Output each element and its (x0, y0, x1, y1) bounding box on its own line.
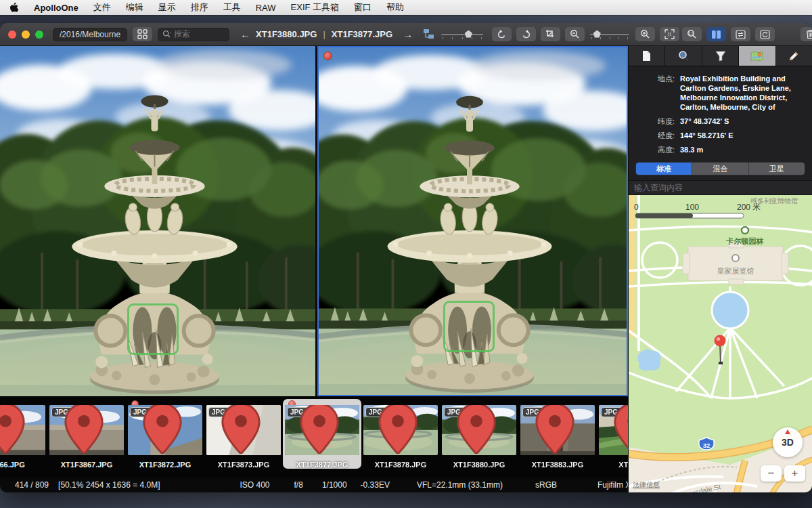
filmstrip-thumb[interactable]: JPG+RAF XT1F3884 (597, 399, 628, 469)
status-iso: ISO 400 (240, 480, 270, 490)
viewer-pane-right[interactable] (317, 46, 628, 396)
thumbnail-size-slider[interactable] (441, 30, 483, 39)
map-scale-0: 0 (634, 203, 639, 212)
apple-menu-icon[interactable] (9, 2, 19, 13)
map-zoom-out-button[interactable]: − (761, 465, 782, 482)
menu-view[interactable]: 显示 (158, 1, 176, 14)
app-menu[interactable]: ApolloOne (34, 3, 78, 13)
latitude-label: 纬度: (635, 117, 680, 126)
actual-size-button[interactable]: 1:1 (682, 27, 702, 41)
thumb-image: JPG+RAF (206, 405, 281, 455)
crop-button[interactable] (541, 27, 560, 41)
map-mode-segmented-control: 标准 混合 卫星 (635, 162, 805, 175)
minimize-button[interactable] (22, 30, 30, 39)
trash-button[interactable] (800, 27, 812, 41)
next-image-button[interactable]: → (400, 27, 415, 41)
zoom-window-button[interactable] (35, 30, 43, 39)
map-zoom-in-button[interactable]: + (784, 465, 805, 482)
left-pane-filename: XT1F3880.JPG (256, 29, 317, 39)
map-search-input[interactable]: 输入查询内容 (629, 180, 812, 195)
zoom-in-button[interactable] (635, 27, 655, 41)
menu-tools[interactable]: 工具 (223, 1, 241, 14)
map-scale-100: 100 (685, 203, 699, 212)
thumb-filename: XT1F3867.JPG (49, 461, 125, 469)
filmstrip-thumb[interactable]: JPG+RAF XT1F3880.JPG (440, 399, 518, 469)
tab-edit[interactable] (776, 46, 812, 66)
tab-map[interactable] (739, 46, 775, 66)
filmstrip-thumb[interactable]: JPG+RAF XT1F3877.JPG (283, 399, 361, 469)
geotag-pin-icon (520, 405, 592, 454)
tab-info[interactable] (629, 46, 665, 66)
svg-text:1:1: 1:1 (688, 31, 694, 35)
filmstrip-thumb[interactable]: JPG+RAF 3866.JPG (0, 399, 47, 469)
compass-3d-label: 3D (782, 437, 794, 448)
metadata-row-longitude: 经度: 144° 58.2716' E (635, 131, 805, 140)
compare-panes-icon (711, 30, 721, 39)
filmstrip-thumb[interactable]: JPG+RAF XT1F3872.JPG (126, 399, 204, 469)
menu-exif-toolbox[interactable]: EXIF 工具箱 (291, 1, 340, 14)
grid-view-button[interactable] (133, 27, 152, 41)
thumbnail-layout-icon[interactable] (422, 27, 436, 41)
thumb-filename: XT1F3878.JPG (363, 461, 438, 469)
filmstrip-thumb[interactable]: JPG+RAF XT1F3873.JPG (204, 399, 283, 469)
filmstrip-thumb[interactable]: JPG+RAF XT1F3867.JPG (47, 399, 126, 469)
folder-path-button[interactable]: /2016/Melbourne (53, 28, 127, 41)
previous-image-button[interactable]: ← (238, 27, 253, 41)
map-view[interactable]: 皇家展览馆 卡尔顿园林 维多利亚博物馆 0 100 200 米 (629, 195, 812, 492)
zoom-out-button[interactable] (565, 27, 585, 41)
grid-icon (137, 29, 148, 39)
map-zoom-controls: − + (761, 465, 805, 482)
thumb-image: JPG+RAF (128, 405, 202, 455)
image-zoom-slider[interactable] (590, 30, 629, 39)
zoom-fit-button[interactable] (660, 27, 679, 41)
thumb-filename: XT1F3880.JPG (441, 461, 517, 469)
search-input[interactable]: 搜索 (158, 28, 229, 41)
thumb-filename: XT1F3884 (598, 461, 628, 469)
latitude-value: 37° 48.3742' S (680, 117, 729, 126)
map-legal-link[interactable]: 法律信息 (633, 480, 660, 490)
map-mode-hybrid[interactable]: 混合 (692, 163, 748, 175)
status-focal-length: VFL=22.1mm (33.1mm) (417, 480, 503, 490)
compare-mode-button[interactable] (706, 27, 726, 41)
menu-sort[interactable]: 排序 (191, 1, 208, 14)
map-compass-3d-button[interactable]: 3D (773, 427, 803, 457)
viewer-pane-left[interactable] (0, 46, 315, 396)
document-icon (641, 50, 652, 62)
status-bar: 414 / 809 [50.1% 2454 x 1636 = 4.0M] ISO… (0, 478, 628, 492)
menu-edit[interactable]: 编辑 (126, 1, 143, 14)
rotate-right-button[interactable] (516, 27, 536, 41)
rotate-left-button[interactable] (492, 27, 512, 41)
longitude-label: 经度: (635, 131, 680, 140)
altitude-value: 38.3 m (680, 145, 703, 154)
filmstrip: JPG+RAF 3866.JPG (0, 396, 628, 478)
sync-panes-button[interactable] (755, 27, 775, 41)
filmstrip-thumb[interactable]: JPG+RAF XT1F3878.JPG (361, 399, 440, 469)
status-shutter: 1/1000 (322, 480, 347, 490)
focus-area-indicator (127, 303, 179, 355)
menu-help[interactable]: 帮助 (386, 1, 404, 14)
location-value: Royal Exhibition Building and Carlton Ga… (680, 74, 805, 112)
rotate-left-icon (497, 29, 507, 39)
flag-dot-badge (323, 51, 332, 60)
swap-panes-button[interactable] (731, 27, 750, 41)
thumb-filename: XT1F3873.JPG (206, 461, 281, 469)
menu-file[interactable]: 文件 (93, 1, 111, 14)
right-pane-filename: XT1F3877.JPG (332, 29, 392, 39)
thumb-image: JPG+RAF (49, 405, 124, 455)
filmstrip-thumb[interactable]: JPG+RAF XT1F3883.JPG (518, 399, 597, 469)
trash-icon (806, 29, 812, 39)
edit-pencil-icon (788, 51, 799, 62)
tab-loupe[interactable] (665, 46, 702, 66)
menu-window[interactable]: 窗口 (354, 1, 371, 14)
window-toolbar: /2016/Melbourne 搜索 ← XT1F3880.JPG | XT1F… (0, 23, 812, 46)
rotate-right-icon (521, 29, 531, 39)
map-mode-satellite[interactable]: 卫星 (749, 163, 805, 175)
tab-filter[interactable] (702, 46, 739, 66)
geotag-pin-icon (206, 405, 278, 454)
filename-separator: | (323, 29, 325, 39)
thumb-image: JPG+RAF (599, 405, 628, 455)
map-mode-standard[interactable]: 标准 (636, 163, 692, 175)
close-button[interactable] (8, 30, 16, 39)
menu-raw[interactable]: RAW (256, 3, 276, 13)
focus-area-indicator (443, 301, 495, 352)
